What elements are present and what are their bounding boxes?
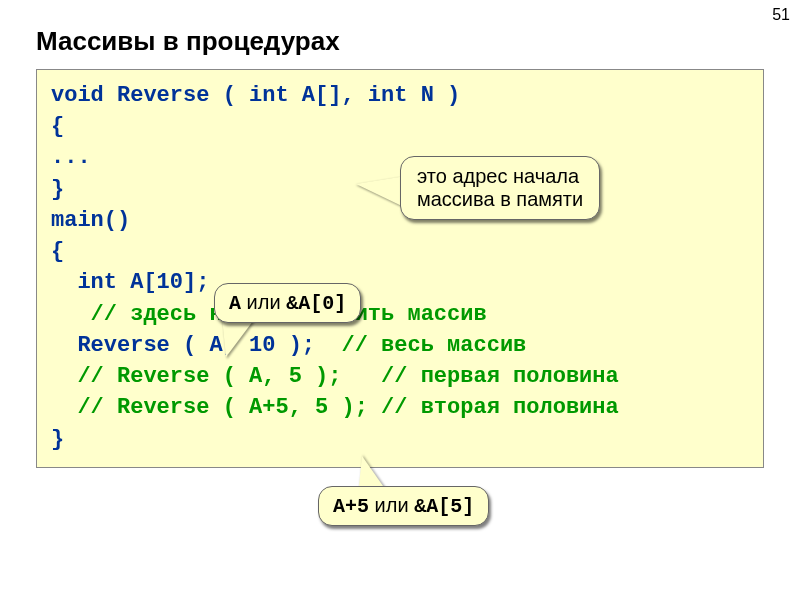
callout-code: &A[0] [286, 292, 346, 315]
callout-tail-icon [356, 176, 406, 208]
callout-address: это адрес начала массива в памяти [400, 156, 600, 220]
callout-body: A+5 или &A[5] [318, 486, 489, 526]
callout-code: &A[5] [414, 495, 474, 518]
callout-text: или [241, 291, 286, 313]
callout-a5-or-a5: A+5 или &A[5] [318, 486, 489, 526]
callout-tail-icon [222, 317, 256, 357]
callout-code: A+5 [333, 495, 369, 518]
callout-text: массива в памяти [417, 188, 583, 211]
callout-body: A или &A[0] [214, 283, 361, 323]
callout-a-or-a0: A или &A[0] [214, 283, 361, 323]
callout-text: это адрес начала [417, 165, 583, 188]
callout-text: или [369, 494, 414, 516]
callout-code: A [229, 292, 241, 315]
callout-body: это адрес начала массива в памяти [400, 156, 600, 220]
